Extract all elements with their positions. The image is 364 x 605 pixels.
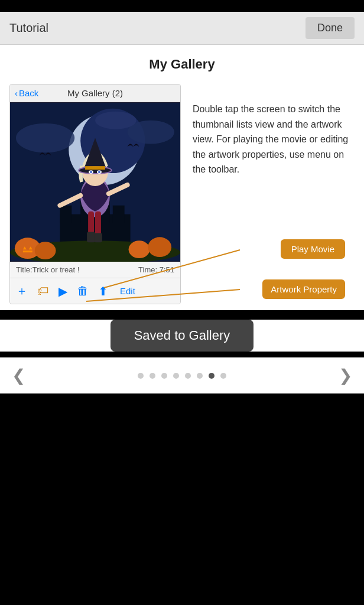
tag-icon[interactable]: 🏷 xyxy=(37,284,49,298)
done-button[interactable]: Done xyxy=(306,17,355,39)
svg-point-14 xyxy=(35,242,56,259)
artwork-time: Time: 7:51 xyxy=(138,265,174,274)
content-row: ‹ Back My Gallery (2) xyxy=(9,84,355,304)
prev-arrow[interactable]: ❮ xyxy=(12,366,25,385)
main-content: My Gallery ‹ Back My Gallery (2) xyxy=(0,45,364,310)
add-icon[interactable]: ＋ xyxy=(16,283,28,299)
artwork-info: Title:Trick or treat ! Time: 7:51 xyxy=(10,262,180,278)
share-icon[interactable]: ⬆ xyxy=(98,284,108,298)
dot-2[interactable] xyxy=(150,373,155,379)
dot-3[interactable] xyxy=(161,373,167,379)
svg-rect-7 xyxy=(60,206,72,223)
svg-rect-8 xyxy=(113,206,125,223)
saved-banner: Saved to Gallery xyxy=(0,320,364,352)
dot-1[interactable] xyxy=(138,373,144,379)
chevron-left-icon: ‹ xyxy=(15,88,18,98)
edit-button[interactable]: Edit xyxy=(120,286,135,296)
dot-8[interactable] xyxy=(220,373,226,379)
svg-point-34 xyxy=(90,171,92,173)
svg-rect-22 xyxy=(95,212,101,236)
nav-bar: Tutorial Done xyxy=(0,12,364,45)
page-title: My Gallery xyxy=(9,57,355,72)
gallery-title: My Gallery (2) xyxy=(67,88,123,98)
dot-6[interactable] xyxy=(197,373,203,379)
status-bar xyxy=(0,0,364,12)
svg-point-15 xyxy=(129,240,150,258)
svg-point-5 xyxy=(95,112,136,129)
svg-rect-31 xyxy=(85,166,105,170)
phone-toolbar: ＋ 🏷 ▶ 🗑 ⬆ Edit xyxy=(10,278,180,304)
phone-inner-nav: ‹ Back My Gallery (2) xyxy=(10,84,180,102)
artwork-image xyxy=(10,102,180,262)
svg-point-16 xyxy=(148,237,171,257)
svg-rect-23 xyxy=(87,232,95,242)
nav-title: Tutorial xyxy=(9,21,48,35)
svg-rect-19 xyxy=(23,251,32,252)
play-icon[interactable]: ▶ xyxy=(58,284,67,298)
artwork-title: Title:Trick or treat ! xyxy=(16,265,79,274)
dot-7[interactable] xyxy=(209,373,214,379)
phone-mockup: ‹ Back My Gallery (2) xyxy=(9,84,181,304)
artwork-container xyxy=(10,102,180,262)
pagination-dots xyxy=(138,373,226,379)
description-text: Double tap the screen to switch the thum… xyxy=(181,84,355,177)
svg-rect-21 xyxy=(88,212,94,235)
bottom-nav: ❮ ❯ xyxy=(0,357,364,393)
svg-point-3 xyxy=(16,123,74,153)
dot-5[interactable] xyxy=(185,373,191,379)
trash-icon[interactable]: 🗑 xyxy=(77,284,89,298)
next-arrow[interactable]: ❯ xyxy=(339,366,352,385)
svg-point-35 xyxy=(98,171,100,173)
saved-badge: Saved to Gallery xyxy=(110,320,254,352)
svg-rect-24 xyxy=(94,233,102,242)
dot-4[interactable] xyxy=(173,373,179,379)
back-button[interactable]: ‹ Back xyxy=(15,88,38,98)
